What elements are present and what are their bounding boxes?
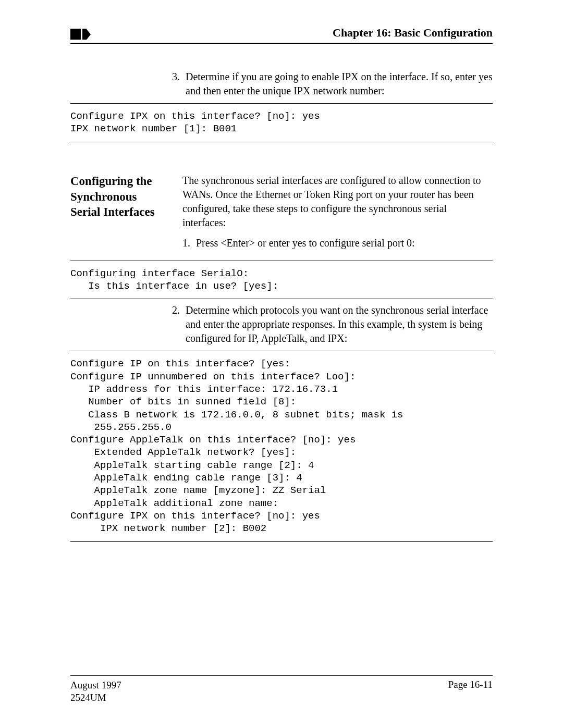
step-3: 3. Determine if you are going to enable … xyxy=(172,70,493,98)
vendor-logo xyxy=(70,29,91,40)
horizontal-rule xyxy=(70,541,493,542)
page-footer: August 1997 2524UM Page 16-11 xyxy=(70,675,493,705)
logo-triangle-icon xyxy=(87,29,91,40)
horizontal-rule xyxy=(70,142,493,142)
step-number: 3. xyxy=(172,70,186,98)
page-header: Chapter 16: Basic Configuration xyxy=(70,26,493,44)
step-text: Determine if you are going to enable IPX… xyxy=(186,70,493,98)
logo-square-icon xyxy=(70,29,81,40)
code-ipx-config: Configure IPX on this interface? [no]: y… xyxy=(70,110,493,135)
section-heading: Configuring the Synchronous Serial Inter… xyxy=(70,174,169,250)
logo-bar-icon xyxy=(82,29,87,40)
step-2: 2. Determine which protocols you want on… xyxy=(172,303,493,346)
section-intro-text: The synchronous serial interfaces are co… xyxy=(182,174,493,230)
section-sync-serial: Configuring the Synchronous Serial Inter… xyxy=(70,174,493,250)
chapter-title: Chapter 16: Basic Configuration xyxy=(333,26,493,40)
step-text: Press <Enter> or enter yes to configure … xyxy=(196,236,493,250)
footer-date: August 1997 xyxy=(70,679,121,692)
horizontal-rule xyxy=(70,351,493,351)
horizontal-rule xyxy=(70,261,493,261)
code-protocols-config: Configure IP on this interface? [yes: Co… xyxy=(70,357,493,535)
section-intro: The synchronous serial interfaces are co… xyxy=(182,174,493,250)
step-number: 1. xyxy=(182,236,196,250)
footer-doc-id: 2524UM xyxy=(70,692,121,705)
step-text: Determine which protocols you want on th… xyxy=(186,303,493,346)
footer-page-number: Page 16-11 xyxy=(448,679,493,705)
horizontal-rule xyxy=(70,299,493,299)
code-serial0-config: Configuring interface SerialO: Is this i… xyxy=(70,267,493,293)
horizontal-rule xyxy=(70,103,493,104)
step-number: 2. xyxy=(172,303,186,346)
